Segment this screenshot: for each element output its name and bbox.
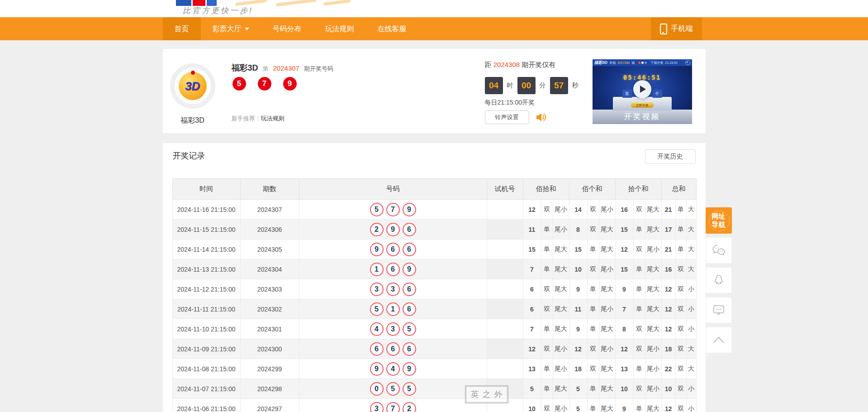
draw-number: 6 — [370, 342, 384, 356]
records-card: 开奖记录 开奖历史 时间期数号码试机号佰拾和佰个和拾个和总和 2024-11-1… — [163, 143, 706, 412]
ring-settings-button[interactable]: 铃声设置 — [485, 110, 529, 124]
sum-value: 12 — [661, 319, 675, 339]
sum-parity: 单 — [587, 299, 599, 319]
sum-parity: 双 — [675, 279, 686, 299]
message-button[interactable] — [706, 297, 732, 323]
table-row: 2024-11-07 21:15:0020242980555单尾大5单尾大10双… — [172, 379, 696, 399]
history-button[interactable]: 开奖历史 — [645, 149, 696, 164]
draw-number: 7 — [386, 203, 400, 216]
site-nav-shortcut[interactable]: 网址 导航 — [706, 207, 732, 234]
cell-time: 2024-11-06 21:15:00 — [172, 399, 240, 412]
sum-parity: 单 — [541, 319, 553, 339]
countdown-hours: 04 — [485, 77, 503, 94]
sum-tail: 小 — [686, 279, 696, 299]
rules-link[interactable]: 玩法规则 — [261, 115, 285, 122]
video-topbar: 福彩3D 本期 2017264 期 下期开奖 21:15:00 — [593, 59, 692, 66]
nav-item-5[interactable]: 在线客服 — [366, 17, 418, 40]
cell-test-number — [487, 299, 523, 319]
column-header: 号码 — [299, 179, 487, 200]
sum-tail: 尾大 — [599, 319, 615, 339]
chevron-down-icon — [245, 28, 249, 30]
cell-time: 2024-11-13 21:15:00 — [172, 259, 240, 279]
sum-value: 13 — [523, 359, 541, 379]
video-draw-button: 立即开奖 — [631, 103, 654, 108]
sum-value: 10 — [569, 259, 587, 279]
sum-tail: 尾大 — [645, 319, 661, 339]
sum-parity: 单 — [541, 240, 553, 259]
second-unit: 秒 — [572, 81, 579, 90]
cell-issue: 2024307 — [240, 200, 299, 220]
site-nav-line1: 网址 — [712, 212, 726, 220]
top-header: 比官方更快一步! — [0, 0, 868, 17]
hero-card: 3D 福彩3D 福彩3D 第 2024307 期开奖号码 579 新手推荐：玩法… — [163, 49, 706, 133]
nav-item-4[interactable]: 玩法规则 — [313, 17, 366, 40]
nav-items: 首页彩票大厅号码分布玩法规则在线客服 — [163, 17, 418, 40]
sum-value: 15 — [615, 220, 633, 240]
sum-value: 18 — [661, 339, 675, 359]
sum-value: 6 — [523, 299, 541, 319]
draw-number: 7 — [386, 402, 400, 412]
sum-tail: 尾大 — [553, 279, 569, 299]
column-header: 总和 — [661, 179, 696, 200]
sum-tail: 尾小 — [553, 339, 569, 359]
cell-numbers: 296 — [299, 220, 487, 240]
machine-dots-icon — [638, 62, 647, 64]
table-row: 2024-11-09 21:15:00202430066612双尾小12双尾小1… — [172, 339, 696, 359]
cell-time: 2024-11-12 21:15:00 — [172, 279, 240, 299]
draw-number: 4 — [386, 362, 400, 376]
video-caption: 开奖视频 — [593, 111, 692, 122]
cell-numbers: 579 — [299, 200, 487, 220]
sum-value: 15 — [523, 240, 541, 259]
nav-item-3[interactable]: 号码分布 — [261, 17, 313, 40]
sum-tail: 尾小 — [645, 240, 661, 259]
mobile-button[interactable]: 手机端 — [651, 17, 702, 40]
sum-value: 13 — [615, 359, 633, 379]
play-button[interactable] — [633, 80, 651, 98]
cell-numbers: 055 — [299, 379, 487, 399]
hour-unit: 时 — [507, 81, 513, 90]
nav-item-2[interactable]: 彩票大厅 — [201, 17, 261, 40]
message-icon — [712, 304, 726, 316]
records-table-body: 2024-11-16 21:15:00202430757912双尾小14双尾小1… — [172, 200, 696, 412]
draw-number: 3 — [386, 322, 400, 336]
draw-video-player[interactable]: 福彩3D 本期 2017264 期 下期开奖 21:15:00 05:46:51… — [593, 59, 692, 124]
back-to-top-button[interactable] — [706, 327, 732, 353]
sum-parity: 双 — [675, 339, 686, 359]
sum-tail: 大 — [686, 359, 696, 379]
issue-suffix: 期开奖号码 — [304, 65, 333, 73]
sum-tail: 尾大 — [553, 299, 569, 319]
sum-tail: 尾大 — [599, 399, 615, 412]
sum-tail: 尾小 — [553, 200, 569, 220]
table-row: 2024-11-10 21:15:0020243014357单尾大9单尾大8双尾… — [172, 319, 696, 339]
video-mute-icon[interactable] — [685, 60, 690, 65]
qq-button[interactable] — [706, 267, 732, 293]
records-table-head: 时间期数号码试机号佰拾和佰个和拾个和总和 — [172, 179, 696, 200]
sum-tail: 尾大 — [599, 379, 615, 399]
sum-tail: 尾大 — [599, 279, 615, 299]
sum-value: 9 — [615, 279, 633, 299]
draw-number: 9 — [403, 263, 416, 276]
sum-value: 22 — [661, 359, 675, 379]
sum-value: 9 — [569, 279, 587, 299]
sum-tail: 大 — [686, 200, 696, 220]
wechat-button[interactable] — [706, 237, 732, 263]
sum-parity: 单 — [675, 200, 686, 220]
nav-item-1[interactable]: 首页 — [163, 17, 201, 40]
sum-parity: 双 — [633, 379, 645, 399]
sum-parity: 单 — [587, 279, 599, 299]
sum-parity: 双 — [633, 240, 645, 259]
sum-parity: 单 — [587, 319, 599, 339]
sum-parity: 单 — [541, 220, 553, 240]
draw-number: 3 — [386, 283, 400, 296]
sum-value: 8 — [569, 220, 587, 240]
speaker-icon[interactable] — [536, 112, 547, 122]
sum-value: 12 — [661, 299, 675, 319]
sum-value: 16 — [615, 200, 633, 220]
cell-time: 2024-11-14 21:15:00 — [172, 240, 240, 259]
issue-prefix: 第 — [263, 65, 269, 73]
countdown-suffix: 期开奖仅有 — [522, 61, 555, 68]
sum-tail: 尾大 — [645, 220, 661, 240]
sum-parity: 双 — [675, 359, 686, 379]
sum-parity: 单 — [633, 399, 645, 412]
sum-tail: 尾大 — [645, 399, 661, 412]
